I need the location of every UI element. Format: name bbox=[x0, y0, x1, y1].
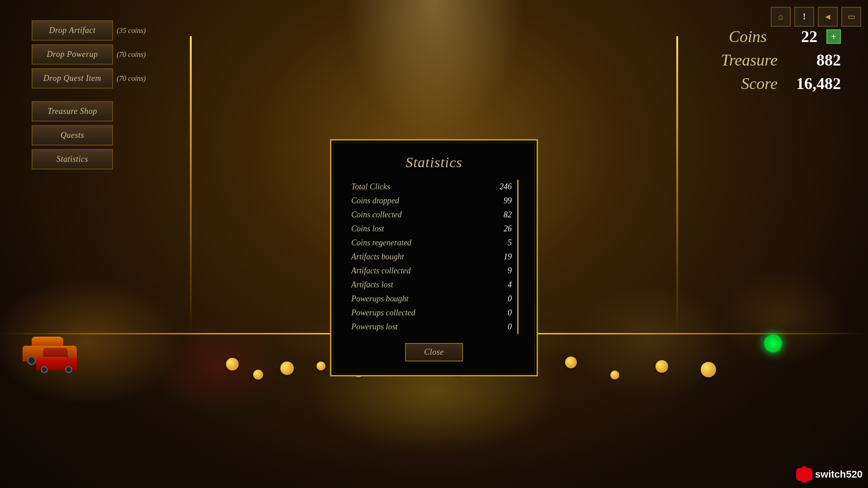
stats-row-label: Total Clicks bbox=[349, 180, 482, 194]
stats-row: Total Clicks246 bbox=[349, 180, 518, 194]
stats-row-value: 9 bbox=[482, 264, 518, 278]
stats-row: Powerups bought0 bbox=[349, 292, 518, 306]
stats-row-label: Coins regenerated bbox=[349, 236, 482, 250]
fullscreen-button[interactable]: ▭ bbox=[841, 7, 861, 27]
stats-row-label: Powerups bought bbox=[349, 292, 482, 306]
close-button[interactable]: Close bbox=[405, 343, 463, 361]
stats-row: Powerups collected0 bbox=[349, 306, 518, 320]
stats-row-label: Artifacts lost bbox=[349, 278, 482, 292]
stats-row-label: Coins collected bbox=[349, 208, 482, 222]
stats-row-value: 19 bbox=[482, 250, 518, 264]
statistics-modal: Statistics Total Clicks246Coins dropped9… bbox=[330, 139, 538, 376]
stats-row-value: 5 bbox=[482, 236, 518, 250]
stats-row-label: Powerups lost bbox=[349, 320, 482, 334]
stats-row-label: Artifacts collected bbox=[349, 264, 482, 278]
stats-row-label: Coins lost bbox=[349, 222, 482, 236]
stats-row: Coins collected82 bbox=[349, 208, 518, 222]
switch-logo-icon bbox=[796, 466, 812, 483]
stats-row: Artifacts bought19 bbox=[349, 250, 518, 264]
switch-text: switch520 bbox=[815, 469, 863, 480]
stats-row: Coins lost26 bbox=[349, 222, 518, 236]
stats-row-value: 26 bbox=[482, 222, 518, 236]
stats-row-label: Coins dropped bbox=[349, 194, 482, 208]
stats-row-value: 0 bbox=[482, 292, 518, 306]
sound-button[interactable]: ◄ bbox=[818, 7, 838, 27]
modal-overlay: Statistics Total Clicks246Coins dropped9… bbox=[0, 27, 868, 488]
stats-row-value: 0 bbox=[482, 306, 518, 320]
stats-row: Coins regenerated5 bbox=[349, 236, 518, 250]
info-button[interactable]: ! bbox=[794, 7, 814, 27]
stats-row-value: 246 bbox=[482, 180, 518, 194]
stats-row: Coins dropped99 bbox=[349, 194, 518, 208]
home-button[interactable]: ⌂ bbox=[771, 7, 791, 27]
stats-row-value: 82 bbox=[482, 208, 518, 222]
stats-row-value: 99 bbox=[482, 194, 518, 208]
stats-row: Artifacts collected9 bbox=[349, 264, 518, 278]
stats-row: Artifacts lost4 bbox=[349, 278, 518, 292]
modal-title: Statistics bbox=[349, 154, 519, 171]
stats-table: Total Clicks246Coins dropped99Coins coll… bbox=[349, 180, 519, 334]
switch-watermark: switch520 bbox=[796, 466, 863, 483]
top-bar: ⌂ ! ◄ ▭ bbox=[771, 7, 861, 27]
stats-row-value: 4 bbox=[482, 278, 518, 292]
stats-row-value: 0 bbox=[482, 320, 518, 334]
stats-row-label: Artifacts bought bbox=[349, 250, 482, 264]
stats-row-label: Powerups collected bbox=[349, 306, 482, 320]
stats-row: Powerups lost0 bbox=[349, 320, 518, 334]
